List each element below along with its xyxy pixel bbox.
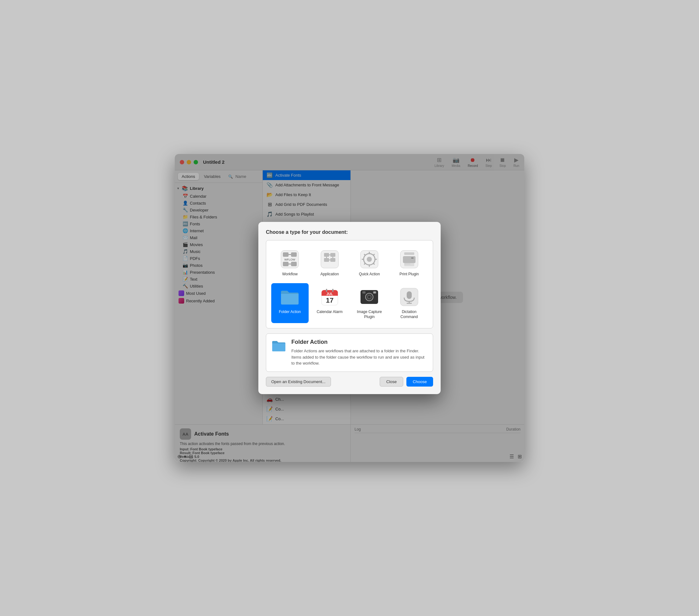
- application-icon-wrap: [320, 249, 340, 269]
- calendar-alarm-label: Calendar Alarm: [316, 310, 343, 315]
- dialog-right-actions: Close Choose: [380, 377, 433, 386]
- doc-type-quick-action[interactable]: Quick Action: [351, 246, 388, 281]
- print-plugin-icon: [400, 250, 419, 269]
- image-capture-icon: [360, 288, 379, 306]
- close-button[interactable]: Close: [380, 377, 403, 386]
- svg-rect-9: [324, 253, 329, 257]
- calendar-alarm-icon: JUL 17: [320, 288, 339, 306]
- doc-type-image-capture[interactable]: Image Capture Plugin: [351, 283, 388, 323]
- doc-type-folder-action[interactable]: Folder Action: [271, 283, 309, 323]
- svg-text:WFLOW: WFLOW: [285, 258, 295, 261]
- doc-type-calendar-alarm[interactable]: JUL 17 Calendar Alarm: [311, 283, 348, 323]
- dictation-label: Dictation Command: [393, 310, 425, 319]
- dialog-overlay: Choose a type for your document:: [175, 154, 524, 462]
- folder-action-large-icon: [280, 288, 300, 306]
- workflow-label: Workflow: [282, 272, 298, 277]
- svg-rect-40: [332, 289, 333, 292]
- print-plugin-icon-wrap: [399, 249, 419, 269]
- svg-rect-39: [326, 289, 327, 292]
- svg-rect-1: [283, 252, 289, 257]
- image-capture-icon-wrap: [359, 287, 379, 307]
- desc-content: Folder Action Folder Actions are workflo…: [291, 339, 428, 366]
- dictation-icon: [400, 288, 419, 306]
- svg-rect-49: [407, 291, 412, 299]
- quick-action-icon-wrap: [359, 249, 379, 269]
- application-icon: [320, 250, 339, 269]
- calendar-alarm-icon-wrap: JUL 17: [320, 287, 340, 307]
- svg-rect-31: [404, 263, 414, 266]
- doc-type-workflow[interactable]: WFLOW Workflow: [271, 246, 309, 281]
- svg-rect-8: [321, 250, 339, 268]
- dictation-icon-wrap: [399, 287, 419, 307]
- main-window: Untitled 2 ⊞ Library 📷 Media ⏺ Record ⏭ …: [175, 154, 524, 462]
- workflow-icon: WFLOW: [280, 250, 299, 269]
- svg-rect-3: [283, 262, 289, 266]
- folder-action-label: Folder Action: [279, 310, 301, 315]
- application-label: Application: [320, 272, 339, 277]
- svg-text:JUL: JUL: [326, 292, 333, 296]
- doc-type-dictation[interactable]: Dictation Command: [391, 283, 428, 323]
- desc-folder-icon-svg: [271, 339, 286, 353]
- svg-text:17: 17: [326, 297, 333, 304]
- desc-text: Folder Actions are workflows that are at…: [291, 348, 428, 366]
- desc-folder-icon: [271, 339, 286, 354]
- doc-type-print-plugin[interactable]: Print Plugin: [391, 246, 428, 281]
- print-plugin-label: Print Plugin: [399, 272, 419, 277]
- svg-rect-11: [324, 258, 329, 262]
- svg-point-44: [368, 296, 371, 298]
- doc-type-grid: WFLOW Workflow: [266, 240, 433, 328]
- open-existing-button[interactable]: Open an Existing Document...: [266, 377, 331, 386]
- svg-rect-4: [291, 262, 297, 266]
- image-capture-label: Image Capture Plugin: [353, 310, 386, 319]
- doc-desc-box: Folder Action Folder Actions are workflo…: [266, 333, 433, 372]
- svg-rect-29: [404, 252, 414, 255]
- svg-rect-2: [291, 252, 297, 257]
- workflow-icon-wrap: WFLOW: [280, 249, 300, 269]
- quick-action-icon: [360, 250, 379, 269]
- dialog-actions: Open an Existing Document... Close Choos…: [266, 377, 433, 386]
- svg-rect-30: [403, 256, 416, 263]
- svg-rect-47: [374, 292, 375, 293]
- svg-rect-10: [330, 253, 335, 257]
- dialog-title: Choose a type for your document:: [266, 230, 433, 235]
- choose-button[interactable]: Choose: [406, 377, 433, 386]
- doc-type-application[interactable]: Application: [311, 246, 348, 281]
- folder-action-icon-wrap: [280, 287, 300, 307]
- svg-rect-45: [362, 291, 366, 293]
- desc-title: Folder Action: [291, 339, 428, 345]
- dialog: Choose a type for your document:: [258, 222, 441, 394]
- svg-rect-33: [404, 264, 410, 264]
- svg-rect-12: [330, 258, 335, 262]
- svg-rect-32: [411, 258, 413, 259]
- quick-action-label: Quick Action: [359, 272, 380, 277]
- svg-point-27: [367, 257, 372, 262]
